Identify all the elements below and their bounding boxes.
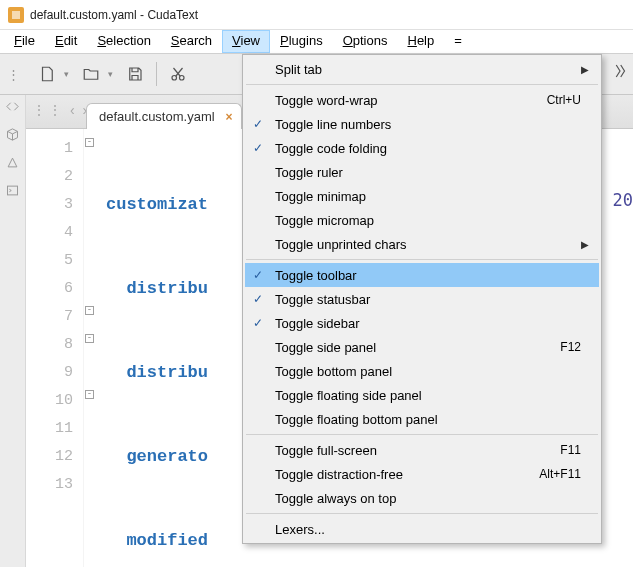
menu-toggle-micromap[interactable]: Toggle micromap: [245, 208, 599, 232]
tab-grip[interactable]: ⋮⋮ ‹ ›: [32, 102, 89, 118]
open-file-button[interactable]: [76, 59, 106, 89]
menu-toggle-code-folding[interactable]: ✓Toggle code folding: [245, 136, 599, 160]
menu-file[interactable]: File: [4, 30, 45, 53]
fold-marker[interactable]: -: [85, 306, 94, 315]
menu-toggle-distraction-free[interactable]: Toggle distraction-freeAlt+F11: [245, 462, 599, 486]
menu-toggle-fullscreen[interactable]: Toggle full-screenF11: [245, 438, 599, 462]
window-title: default.custom.yaml - CudaText: [30, 8, 198, 22]
check-icon: ✓: [253, 316, 263, 330]
menu-toggle-bottom-panel[interactable]: Toggle bottom panel: [245, 359, 599, 383]
save-button[interactable]: [120, 59, 150, 89]
menu-separator: [246, 259, 598, 260]
menu-plugins[interactable]: Plugins: [270, 30, 333, 53]
gutter: 1 2 3 4 5 6 7 8 9 10 11 12 13 - - - -: [26, 129, 84, 567]
open-file-dropdown[interactable]: ▾: [108, 69, 118, 79]
console-icon[interactable]: [5, 183, 20, 201]
menu-toggle-floating-bottom[interactable]: Toggle floating bottom panel: [245, 407, 599, 431]
menu-toggle-always-on-top[interactable]: Toggle always on top: [245, 486, 599, 510]
fold-column[interactable]: - - - -: [85, 129, 97, 567]
app-icon: [8, 7, 24, 23]
project-icon[interactable]: [5, 127, 20, 145]
menu-options[interactable]: Options: [333, 30, 398, 53]
fold-marker[interactable]: -: [85, 138, 94, 147]
menu-toggle-minimap[interactable]: Toggle minimap: [245, 184, 599, 208]
menu-toggle-unprinted[interactable]: Toggle unprinted chars▶: [245, 232, 599, 256]
menu-selection[interactable]: Selection: [87, 30, 160, 53]
view-menu-dropdown: Split tab▶ Toggle word-wrapCtrl+U ✓Toggl…: [242, 54, 602, 544]
check-icon: ✓: [253, 292, 263, 306]
new-file-button[interactable]: [32, 59, 62, 89]
fold-marker[interactable]: -: [85, 334, 94, 343]
svg-rect-0: [12, 11, 20, 19]
sidebar: [0, 95, 26, 567]
close-tab-icon[interactable]: ×: [226, 110, 233, 124]
submenu-arrow-icon: ▶: [581, 64, 589, 75]
menu-toggle-side-panel[interactable]: Toggle side panelF12: [245, 335, 599, 359]
menu-extra[interactable]: =: [444, 30, 472, 53]
code-icon[interactable]: [5, 99, 20, 117]
title-bar: default.custom.yaml - CudaText: [0, 0, 633, 30]
sidebar-drag-handle[interactable]: ⋮: [0, 54, 26, 94]
menu-toggle-word-wrap[interactable]: Toggle word-wrapCtrl+U: [245, 88, 599, 112]
menu-lexers[interactable]: Lexers...: [245, 517, 599, 541]
menu-view[interactable]: View: [222, 30, 270, 53]
submenu-arrow-icon: ▶: [581, 239, 589, 250]
delta-icon[interactable]: [5, 155, 20, 173]
menu-separator: [246, 513, 598, 514]
menubar: File Edit Selection Search View Plugins …: [0, 30, 633, 54]
menu-toggle-line-numbers[interactable]: ✓Toggle line numbers: [245, 112, 599, 136]
menu-toggle-floating-side[interactable]: Toggle floating side panel: [245, 383, 599, 407]
menu-help[interactable]: Help: [397, 30, 444, 53]
menu-toggle-sidebar[interactable]: ✓Toggle sidebar: [245, 311, 599, 335]
cut-button[interactable]: [163, 59, 193, 89]
menu-toggle-toolbar[interactable]: ✓Toggle toolbar: [245, 263, 599, 287]
check-icon: ✓: [253, 117, 263, 131]
check-icon: ✓: [253, 268, 263, 282]
menu-toggle-statusbar[interactable]: ✓Toggle statusbar: [245, 287, 599, 311]
fold-marker[interactable]: -: [85, 390, 94, 399]
check-icon: ✓: [253, 141, 263, 155]
file-tab[interactable]: default.custom.yaml ×: [86, 103, 242, 129]
menu-toggle-ruler[interactable]: Toggle ruler: [245, 160, 599, 184]
menu-separator: [246, 84, 598, 85]
menu-search[interactable]: Search: [161, 30, 222, 53]
tab-label: default.custom.yaml: [99, 109, 215, 124]
toolbar-overflow-icon[interactable]: [611, 62, 629, 83]
svg-rect-3: [8, 186, 18, 195]
menu-edit[interactable]: Edit: [45, 30, 87, 53]
code-lines[interactable]: customizat distribu distribu generato mo…: [84, 129, 208, 567]
toolbar-separator: [156, 62, 157, 86]
peek-text: 20: [613, 190, 633, 210]
menu-split-tab[interactable]: Split tab▶: [245, 57, 599, 81]
new-file-dropdown[interactable]: ▾: [64, 69, 74, 79]
menu-separator: [246, 434, 598, 435]
